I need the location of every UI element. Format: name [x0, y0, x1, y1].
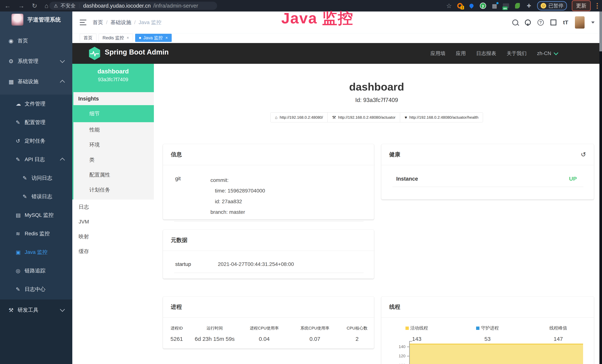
card-info-title: 信息 — [171, 151, 182, 158]
health-url-button[interactable]: ♥ http://192.168.0.2:48080/actuator/heal… — [400, 112, 483, 122]
history-icon[interactable]: ↺ — [581, 151, 586, 158]
home-icon[interactable]: ⌂ — [45, 3, 49, 9]
card-health: 健康 ↺ Instance UP — [381, 144, 594, 200]
user-menu-caret-icon[interactable] — [591, 21, 595, 23]
extension-pin-icon[interactable] — [468, 2, 475, 9]
metadata-key-startup: startup — [175, 261, 218, 267]
y-tick-140: 140 — [394, 344, 406, 349]
sba-item-config-props[interactable]: 配置属性 — [74, 167, 154, 182]
user-avatar[interactable] — [575, 16, 585, 29]
extension-leaf-icon[interactable] — [514, 2, 521, 9]
forward-icon[interactable]: → — [18, 3, 24, 9]
sidebar-toggle-icon[interactable] — [80, 20, 86, 25]
sba-item-classes[interactable]: 类 — [74, 152, 154, 167]
service-url-button[interactable]: ⌂ http://192.168.0.2:48080/ — [270, 112, 328, 122]
health-instance-label: Instance — [396, 176, 418, 182]
sba-item-jvm[interactable]: JVM — [72, 214, 154, 229]
text-size-icon[interactable]: tT — [563, 19, 568, 26]
sba-logo-icon[interactable] — [88, 46, 101, 61]
extension-grid-icon[interactable]: ▦ — [491, 2, 498, 9]
tab-home[interactable]: 首页 — [80, 34, 97, 42]
sba-item-logs[interactable]: 日志 — [72, 200, 154, 214]
sba-item-caches[interactable]: 缓存 — [72, 244, 154, 259]
profile-paused-chip[interactable]: ☺ 已暂停 — [537, 1, 567, 11]
info-git-value: commit: time: 1596289704000 id: 27aa832 … — [210, 175, 265, 217]
address-bar[interactable]: ⚠ 不安全 dashboard.yudao.iocoder.cn /infra/… — [49, 2, 217, 10]
breadcrumb-current: Java 监控 — [139, 19, 161, 26]
extension-y-icon[interactable]: y — [480, 2, 486, 9]
sidebar-item-mysql[interactable]: ▤ MySQL 监控 — [0, 206, 72, 224]
sba-nav-applications[interactable]: 应用 — [456, 50, 466, 57]
sba-item-metrics[interactable]: 性能 — [74, 122, 154, 137]
threads-legend-values: 143 53 147 — [381, 331, 594, 342]
github-icon[interactable] — [525, 20, 531, 25]
sidebar-item-tracing[interactable]: ◎ 链路追踪 — [0, 261, 72, 280]
sba-item-details[interactable]: 细节 — [74, 105, 154, 122]
close-icon[interactable]: × — [165, 36, 168, 40]
reload-icon[interactable]: ↻ — [32, 3, 37, 9]
help-icon[interactable]: ? — [538, 19, 544, 26]
bookmark-star-icon[interactable]: ☆ — [446, 2, 452, 10]
extension-on-icon[interactable]: on — [503, 2, 509, 9]
breadcrumb-infra[interactable]: 基础设施 — [110, 19, 131, 26]
app-sidebar: 芋道管理系统 ◉ 首页 ⚙ 系统管理 ▦ 基础设施 ☁ 文件管理 ✎ 配置管理 … — [0, 11, 72, 364]
url-path[interactable]: /infra/admin-server — [153, 3, 198, 9]
eye-icon: ◎ — [16, 268, 20, 274]
sba-item-environment[interactable]: 环境 — [74, 137, 154, 152]
cpu-cores: 2 — [340, 336, 374, 342]
log-icon: ✎ — [23, 193, 27, 200]
heartbeat-icon: ♥ — [405, 115, 407, 120]
sidebar-item-error-log[interactable]: ✎ 错误日志 — [0, 187, 72, 206]
sidebar-item-access-log[interactable]: ✎ 访问日志 — [0, 169, 72, 187]
y-tick-100: 100 — [394, 363, 406, 364]
scrollbar-thumb[interactable] — [599, 11, 602, 51]
sba-app-name: dashboard — [72, 68, 154, 75]
dashboard-icon: ◉ — [9, 38, 13, 44]
search-icon[interactable] — [512, 20, 518, 25]
wrench-icon: ⚒ — [332, 115, 336, 120]
paused-label: 已暂停 — [548, 2, 563, 9]
breadcrumb-home[interactable]: 首页 — [93, 19, 103, 26]
back-icon[interactable]: ← — [4, 3, 11, 9]
tab-java-monitor[interactable]: Java 监控 × — [135, 34, 172, 42]
sba-item-scheduled-tasks[interactable]: 计划任务 — [74, 182, 154, 197]
legend-yellow-swatch — [406, 327, 409, 330]
sidebar-item-infra[interactable]: ▦ 基础设施 — [0, 72, 72, 91]
sidebar-item-files[interactable]: ☁ 文件管理 — [0, 95, 72, 113]
sidebar-item-home[interactable]: ◉ 首页 — [0, 32, 72, 50]
sba-instance-header[interactable]: dashboard 93a3fc7f7409 — [72, 64, 154, 92]
breadcrumb: 首页 / 基础设施 / Java 监控 — [93, 11, 161, 33]
sidebar-item-config[interactable]: ✎ 配置管理 — [0, 113, 72, 132]
sidebar-item-redis[interactable]: ≋ Redis 监控 — [0, 224, 72, 243]
locale-select[interactable]: zh-CN — [537, 51, 557, 56]
sba-item-mappings[interactable]: 映射 — [72, 229, 154, 244]
sidebar-item-jobs[interactable]: ↺ 定时任务 — [0, 132, 72, 150]
log-icon: ✎ — [16, 157, 20, 163]
metadata-startup-value: 2021-04-27T00:44:31.254+08:00 — [218, 261, 294, 267]
app-logo-row: 芋道管理系统 — [0, 13, 72, 33]
monitor-icon: ▣ — [16, 249, 21, 255]
fullscreen-icon[interactable] — [550, 20, 556, 25]
browser-update-button[interactable]: 更新 — [572, 0, 591, 11]
extension-orange-icon[interactable]: 1 — [457, 2, 463, 9]
sidebar-item-java-monitor[interactable]: ▣ Java 监控 — [0, 243, 72, 261]
url-domain[interactable]: dashboard.yudao.iocoder.cn — [83, 3, 150, 9]
close-icon[interactable]: × — [127, 36, 129, 40]
sidebar-item-log-center[interactable]: ✎ 日志中心 — [0, 280, 72, 299]
sidebar-item-api-log[interactable]: ✎ API 日志 — [0, 150, 72, 169]
sidebar-item-system[interactable]: ⚙ 系统管理 — [0, 52, 72, 70]
not-secure-label[interactable]: 不安全 — [60, 2, 75, 9]
sba-nav-about[interactable]: 关于我们 — [506, 50, 527, 57]
database-icon: ▤ — [16, 212, 21, 218]
sidebar-item-dev-tools[interactable]: ⚒ 研发工具 — [0, 301, 72, 319]
sba-nav-wallboard[interactable]: 应用墙 — [430, 50, 445, 57]
extensions-puzzle-icon[interactable]: ✚ — [526, 2, 532, 9]
page-scrollbar[interactable] — [599, 11, 602, 364]
tab-redis-monitor[interactable]: Redis 监控 × — [99, 34, 133, 42]
instance-title: dashboard — [154, 80, 599, 93]
sba-nav-journal[interactable]: 日志报表 — [476, 50, 496, 57]
sba-brand-title[interactable]: Spring Boot Admin — [105, 48, 169, 56]
live-threads-area — [410, 344, 583, 364]
actuator-url-button[interactable]: ⚒ http://192.168.0.2:48080/actuator — [328, 112, 400, 122]
browser-menu-icon[interactable] — [595, 3, 599, 9]
